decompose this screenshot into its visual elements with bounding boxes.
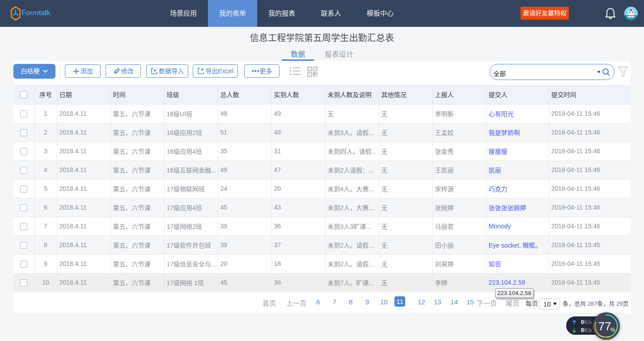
svg-text:%: %	[610, 327, 615, 333]
svg-text:77: 77	[598, 320, 611, 333]
